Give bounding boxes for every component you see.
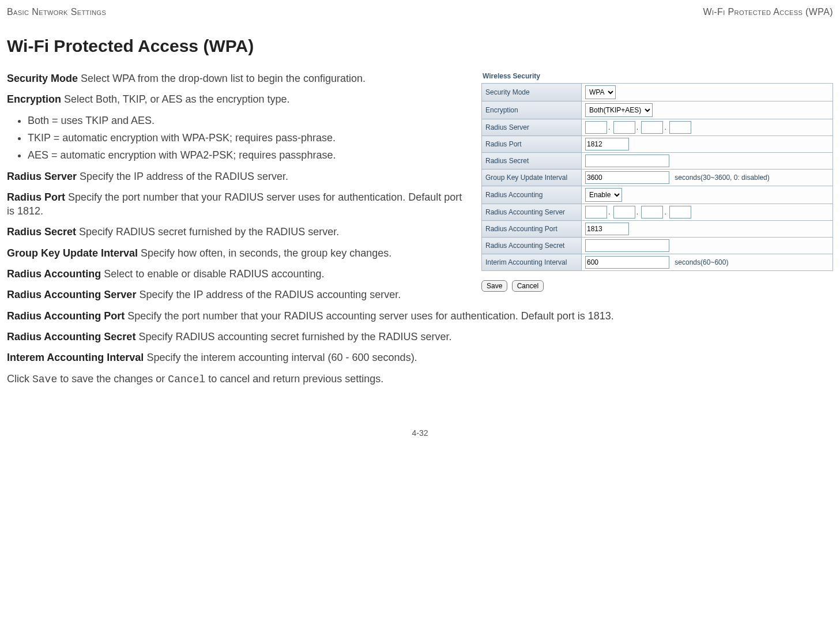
radius-acct-server-value: . . .	[582, 204, 833, 221]
radius-acct-secret-input[interactable]	[585, 239, 669, 252]
page-title: Wi-Fi Protected Access (WPA)	[7, 35, 833, 58]
label-radius-server: Radius Server	[482, 119, 582, 136]
radius-acct-server-ip2[interactable]	[613, 206, 635, 219]
wireless-security-table: Security Mode WPA Encryption Both(TKIP+A…	[481, 83, 833, 271]
text-group-key: Specify how often, in seconds, the group…	[138, 247, 391, 259]
radius-server-ip2[interactable]	[613, 121, 635, 134]
radius-server-ip1[interactable]	[585, 121, 607, 134]
closing-cancel: Cancel	[168, 374, 205, 385]
save-button[interactable]: Save	[481, 280, 507, 292]
group-key-input[interactable]	[585, 171, 669, 184]
encryption-select[interactable]: Both(TKIP+AES)	[585, 103, 653, 117]
lead-security-mode: Security Mode	[7, 73, 78, 84]
group-key-hint: seconds(30~3600, 0: disabled)	[675, 174, 769, 182]
running-header: Basic Network Settings Wi-Fi Protected A…	[7, 6, 833, 18]
radius-acct-port-input[interactable]	[585, 223, 629, 235]
closing-save: Save	[32, 374, 57, 385]
radius-port-input[interactable]	[585, 138, 629, 150]
interim-interval-hint: seconds(60~600)	[675, 258, 728, 266]
lead-radius-port: Radius Port	[7, 191, 65, 203]
label-radius-acct-server: Radius Accounting Server	[482, 204, 582, 221]
lead-radius-secret: Radius Secret	[7, 226, 76, 238]
radius-acct-server-ip4[interactable]	[669, 206, 691, 219]
label-group-key: Group Key Update Interval	[482, 170, 582, 186]
label-radius-accounting: Radius Accounting	[482, 186, 582, 204]
closing-post: to cancel and return previous settings.	[205, 373, 383, 385]
closing-pre: Click	[7, 373, 32, 385]
label-security-mode: Security Mode	[482, 84, 582, 101]
lead-group-key: Group Key Update Interval	[7, 247, 138, 259]
security-mode-select[interactable]: WPA	[585, 85, 616, 99]
label-radius-acct-secret: Radius Accounting Secret	[482, 238, 582, 254]
radius-accounting-select[interactable]: Enable	[585, 188, 622, 202]
def-interim-interval: Interem Accounting Interval Specify the …	[7, 351, 833, 364]
label-radius-port: Radius Port	[482, 136, 582, 153]
lead-radius-acct: Radius Accounting	[7, 268, 101, 280]
lead-radius-server: Radius Server	[7, 171, 77, 182]
text-radius-acct-secret: Specify RADIUS accounting secret furnish…	[135, 331, 451, 342]
text-radius-secret: Specify RADIUS secret furnished by the R…	[76, 226, 339, 238]
text-radius-server: Specify the IP address of the RADIUS ser…	[77, 171, 288, 182]
fig-title: Wireless Security	[483, 71, 833, 81]
lead-radius-acct-secret: Radius Accounting Secret	[7, 331, 135, 342]
closing-sentence: Click Save to save the changes or Cancel…	[7, 372, 833, 386]
label-interim-interval: Interim Accounting Interval	[482, 254, 582, 271]
text-radius-port: Specify the port number that your RADIUS…	[7, 191, 462, 217]
text-security-mode: Select WPA from the drop-down list to be…	[78, 73, 366, 84]
closing-mid: to save the changes or	[57, 373, 168, 385]
label-radius-secret: Radius Secret	[482, 153, 582, 170]
text-radius-acct-port: Specify the port number that your RADIUS…	[125, 310, 613, 322]
def-radius-acct-secret: Radius Accounting Secret Specify RADIUS …	[7, 330, 833, 344]
text-encryption: Select Both, TKIP, or AES as the encrypt…	[61, 93, 290, 105]
radius-server-ip3[interactable]	[641, 121, 663, 134]
label-encryption: Encryption	[482, 101, 582, 119]
radius-acct-server-ip3[interactable]	[641, 206, 663, 219]
wireless-security-figure: Wireless Security Security Mode WPA Encr…	[481, 71, 833, 292]
label-radius-acct-port: Radius Accounting Port	[482, 221, 582, 238]
lead-interim: Interem Accounting Interval	[7, 352, 144, 363]
header-left: Basic Network Settings	[7, 6, 106, 18]
def-radius-acct-port: Radius Accounting Port Specify the port …	[7, 309, 833, 323]
radius-server-value: . . .	[582, 119, 833, 136]
lead-radius-acct-server: Radius Accounting Server	[7, 289, 136, 300]
radius-server-ip4[interactable]	[669, 121, 691, 134]
page-number: 4-32	[7, 428, 833, 439]
radius-acct-server-ip1[interactable]	[585, 206, 607, 219]
radius-secret-input[interactable]	[585, 155, 669, 167]
lead-encryption: Encryption	[7, 93, 61, 105]
cancel-button[interactable]: Cancel	[512, 280, 544, 292]
lead-radius-acct-port: Radius Accounting Port	[7, 310, 125, 322]
header-right: Wi-Fi Protected Access (WPA)	[703, 6, 833, 18]
text-interim: Specify the interem accounting interval …	[144, 352, 417, 363]
text-radius-acct: Select to enable or disable RADIUS accou…	[101, 268, 324, 280]
text-radius-acct-server: Specify the IP address of the RADIUS acc…	[136, 289, 401, 300]
interim-interval-input[interactable]	[585, 256, 669, 269]
